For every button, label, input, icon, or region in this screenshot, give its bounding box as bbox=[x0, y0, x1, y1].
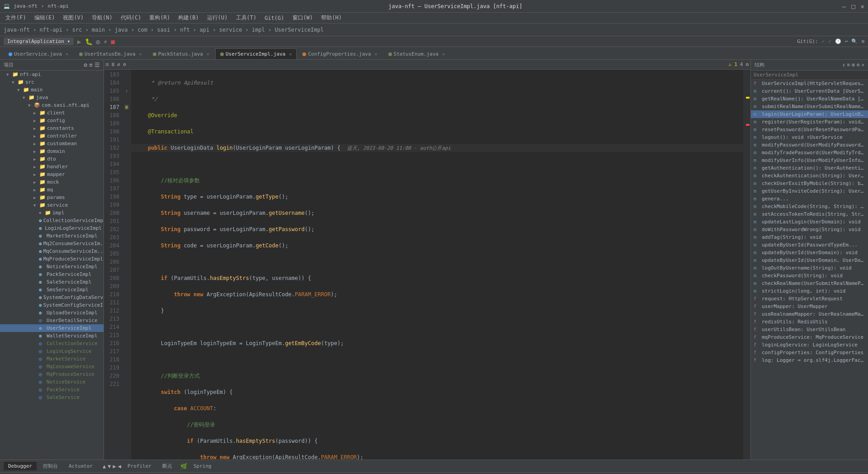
tree-item-dto[interactable]: ▶ 📁 dto bbox=[0, 155, 104, 163]
tree-item-notice[interactable]: ● NoticeServiceImpl bbox=[0, 263, 104, 270]
struct-item-field-request[interactable]: f request: HttpServletRequest bbox=[751, 295, 868, 303]
tab-packstatus[interactable]: PackStatus.java ✕ bbox=[148, 48, 214, 59]
tree-item-loginlogservice[interactable]: ◎ LoginLogService bbox=[0, 347, 104, 355]
struct-close-btn[interactable]: ✕ bbox=[861, 62, 864, 68]
tree-item-mqconsumeservice[interactable]: ◎ MqConsumeService bbox=[0, 363, 104, 370]
struct-item-register[interactable]: m register(UserRegisterParam): void ↑Use… bbox=[751, 118, 868, 126]
struct-item-updatebyuserid1[interactable]: m updateByUserId(PasswordTypeEm... bbox=[751, 241, 868, 249]
project-selector[interactable]: IntegralApplication ▾ bbox=[4, 38, 74, 45]
struct-item-checkrealname[interactable]: m checkRealName(UserSubmitRealNamePar... bbox=[751, 280, 868, 287]
tree-item-userdetail[interactable]: ◎ UserDetailService bbox=[0, 317, 104, 324]
struct-expand-btn[interactable]: ⊞ bbox=[852, 62, 855, 68]
settings-btn[interactable]: ⚙ bbox=[861, 38, 864, 44]
struct-item-checkuserexsit[interactable]: m checkUserExsitByMobile(String): boolea… bbox=[751, 180, 868, 187]
tree-item-mock[interactable]: ▶ 📁 mock bbox=[0, 178, 104, 186]
title-bar-controls[interactable]: — □ ✕ bbox=[842, 3, 864, 10]
history-btn[interactable]: 🕐 bbox=[835, 38, 841, 44]
tree-item-config[interactable]: ▶ 📁 config bbox=[0, 117, 104, 124]
editor-diff-btn[interactable]: ⇄ bbox=[117, 62, 120, 67]
struct-item-field-mqproduce[interactable]: f mqProduceService: MqProduceService bbox=[751, 333, 868, 341]
sidebar-gear-icon[interactable]: ☰ bbox=[94, 62, 100, 68]
tree-item-constants[interactable]: ▶ 📁 constants bbox=[0, 124, 104, 132]
struct-item-addtag[interactable]: m addTag(String): void bbox=[751, 233, 868, 241]
menu-edit[interactable]: 编辑(E) bbox=[31, 13, 59, 23]
tree-item-main[interactable]: ▼ 📁 main bbox=[0, 86, 104, 94]
struct-item-field-redisutils[interactable]: f redisUtils: RedisUtils bbox=[751, 318, 868, 326]
tree-item-sms[interactable]: ● SmsServiceImpl bbox=[0, 286, 104, 294]
bottom-tab-profiler[interactable]: Profiler bbox=[123, 462, 156, 470]
editor-format-btn[interactable]: ≣ bbox=[112, 62, 115, 67]
tree-item-sale[interactable]: ● SaleServiceImpl bbox=[0, 278, 104, 286]
tab-userserviceimpl[interactable]: UserServiceImpl.java ✕ bbox=[215, 48, 297, 59]
menu-file[interactable]: 文件(F) bbox=[2, 13, 30, 23]
struct-item-setaccesstoken[interactable]: m setAccessTokenToRedis(String, String):… bbox=[751, 210, 868, 218]
struct-item-updatebyuserid2[interactable]: m updateByUserId(UserDomain): void bbox=[751, 249, 868, 256]
tab-statusenum[interactable]: StatusEnum.java ✕ bbox=[383, 48, 450, 59]
struct-item-field-loginlog[interactable]: f loginLogService: LoginLogService bbox=[751, 341, 868, 349]
tree-item-mqproduce[interactable]: ● MqProduceServiceImpl bbox=[0, 255, 104, 263]
tree-item-java[interactable]: ▼ 📁 java bbox=[0, 94, 104, 101]
struct-item-checkpassword[interactable]: m checkPassword(String): void bbox=[751, 272, 868, 280]
struct-item-updatelastlogin[interactable]: m updateLastLogin(UserDomain): void bbox=[751, 218, 868, 226]
struct-item-submitrealname[interactable]: m submitRealName(UserSubmitRealNamePa... bbox=[751, 103, 868, 110]
search-btn[interactable]: 🔍 bbox=[851, 38, 858, 44]
struct-item-field-log[interactable]: f log: Logger = org.slf4j.LoggerFactory.… bbox=[751, 356, 868, 364]
tree-item-params[interactable]: ▶ 📁 params bbox=[0, 194, 104, 201]
menu-navigate[interactable]: 导航(N) bbox=[88, 13, 116, 23]
menu-refactor[interactable]: 重构(R) bbox=[146, 13, 174, 23]
tree-item-noticeservice[interactable]: ◎ NoticeService bbox=[0, 378, 104, 386]
tree-item-custombean[interactable]: ▶ 📁 custombean bbox=[0, 140, 104, 147]
struct-item-modifyuserinfo[interactable]: m modifyUserInfo(UserModifyUserInfoParar… bbox=[751, 156, 868, 164]
struct-item-logoutbyusername[interactable]: m logOutByUsername(String): void bbox=[751, 264, 868, 272]
tree-item-package[interactable]: ▼ 📦 com.sasi.nft.api bbox=[0, 101, 104, 109]
tree-item-marketservice[interactable]: ◎ MarketService bbox=[0, 355, 104, 363]
struct-item-checkmobilecode[interactable]: m checkMobileCode(String, String): void bbox=[751, 203, 868, 210]
stop-btn[interactable]: ■ bbox=[111, 38, 114, 45]
tree-item-collectionservice[interactable]: ◎ CollectionService bbox=[0, 340, 104, 347]
tree-item-mq[interactable]: ▶ 📁 mq bbox=[0, 186, 104, 194]
tree-item-controller[interactable]: ▶ 📁 controller bbox=[0, 132, 104, 140]
bottom-tab-debugger[interactable]: Debugger bbox=[4, 462, 37, 470]
tree-item-client[interactable]: ▶ 📁 client bbox=[0, 109, 104, 117]
menu-tools[interactable]: 工具(T) bbox=[232, 13, 260, 23]
struct-item-strictlogin[interactable]: m strictLogin(long, int): void bbox=[751, 287, 868, 295]
tree-item-collectionserviceimpl[interactable]: ● CollectionServiceImpl bbox=[0, 217, 104, 224]
struct-item-field-usermapper[interactable]: f userMapper: UserMapper bbox=[751, 303, 868, 310]
menu-window[interactable]: 窗口(W) bbox=[289, 13, 317, 23]
maximize-button[interactable]: □ bbox=[851, 3, 855, 10]
struct-sort-btn[interactable]: ↕ bbox=[842, 62, 845, 68]
sidebar-collapse-icon[interactable]: ≡ bbox=[89, 62, 93, 68]
tree-item-wallet[interactable]: ● WalletServiceImpl bbox=[0, 332, 104, 340]
struct-item-getrealname[interactable]: m getRealName(): UserRealNameData [UserS… bbox=[751, 95, 868, 103]
struct-item-field-configprops[interactable]: f configProperties: ConfigProperties bbox=[751, 349, 868, 356]
close-button[interactable]: ✕ bbox=[861, 3, 864, 10]
tree-item-loginlogserviceimpl[interactable]: ● LoginLogServiceImpl bbox=[0, 224, 104, 232]
struct-item-getauthentication[interactable]: m getAuthentication(): UserAuthenticatio… bbox=[751, 164, 868, 172]
struct-settings-btn[interactable]: ⚙ bbox=[857, 62, 860, 68]
tree-item-upload[interactable]: ● UploadServiceImpl bbox=[0, 309, 104, 317]
tree-item-mqproduceservice[interactable]: ◎ MqProduceService bbox=[0, 370, 104, 378]
struct-item-logout[interactable]: m logout(): void ↑UserService bbox=[751, 133, 868, 141]
profile-btn[interactable]: ⚡ bbox=[104, 38, 107, 45]
editor-settings-btn[interactable]: ⚙ bbox=[123, 62, 126, 67]
rollback-btn[interactable]: ↩ bbox=[845, 38, 848, 44]
struct-item-constructor[interactable]: f UserServiceImpl(HttpServletRequest, Us… bbox=[751, 80, 868, 87]
bottom-nav-down[interactable]: ▼ bbox=[108, 463, 111, 469]
tree-item-pack[interactable]: ● PackServiceImpl bbox=[0, 270, 104, 278]
tree-item-nft-api[interactable]: ▼ 📁 nft-api bbox=[0, 71, 104, 78]
tree-item-saleservice[interactable]: ◎ SaleService bbox=[0, 393, 104, 401]
struct-item-getuserbyinvite[interactable]: m getUserByInviteCode(String): UserDomai… bbox=[751, 187, 868, 195]
menu-build[interactable]: 构建(B) bbox=[175, 13, 203, 23]
tree-item-systemconfig[interactable]: ● SystemConfigServiceIn... bbox=[0, 301, 104, 309]
debug-btn[interactable]: 🐛 bbox=[85, 38, 93, 45]
tree-item-mq2consume[interactable]: ● Mq2ConsumeServiceIm... bbox=[0, 240, 104, 247]
struct-filter-btn[interactable]: ≡ bbox=[847, 62, 850, 68]
struct-item-field-userealname[interactable]: f useRealnameMapper: UserRealnameMap... bbox=[751, 310, 868, 318]
tree-item-mapper[interactable]: ▶ 📁 mapper bbox=[0, 171, 104, 178]
struct-item-genera[interactable]: m genera... bbox=[751, 195, 868, 203]
bottom-tab-console[interactable]: 控制台 bbox=[38, 461, 62, 471]
tree-item-mqconsume[interactable]: ● MqConsumeServiceIm... bbox=[0, 247, 104, 255]
struct-item-updatebyuserid3[interactable]: m updateByUserId(UserDomain, UserDomair.… bbox=[751, 256, 868, 264]
struct-item-resetpassword[interactable]: m resetPassword(UserResetPasswordParam:.… bbox=[751, 126, 868, 133]
bottom-tab-spring[interactable]: Spring bbox=[189, 462, 216, 470]
